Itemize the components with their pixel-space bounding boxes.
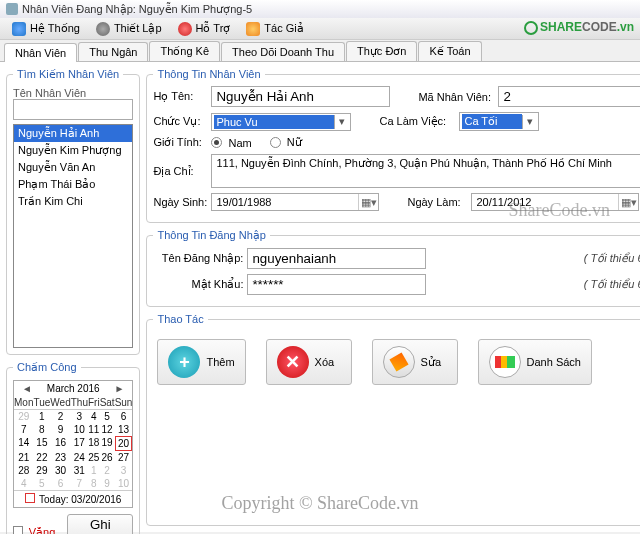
lbl-nl: Ngày Làm: (407, 196, 467, 208)
them-button[interactable]: +Thêm (157, 339, 245, 385)
cal-day[interactable]: 29 (33, 464, 50, 477)
delete-icon: ✕ (277, 346, 309, 378)
tab-ke-toan[interactable]: Kế Toán (418, 41, 481, 61)
list-item[interactable]: Phạm Thái Bảo (14, 176, 132, 193)
employee-list[interactable]: Nguyễn Hải Anh Nguyễn Kim Phượng Nguyễn … (13, 124, 133, 348)
cal-prev[interactable]: ◄ (18, 383, 36, 394)
radio-nu[interactable] (270, 137, 281, 148)
cal-day[interactable]: 13 (115, 423, 133, 436)
cal-day[interactable]: 3 (71, 410, 88, 423)
cal-day[interactable]: 3 (115, 464, 133, 477)
cal-day[interactable]: 9 (50, 423, 70, 436)
cal-day[interactable]: 23 (50, 451, 70, 464)
tab-thuc-don[interactable]: Thực Đơn (346, 41, 417, 61)
cal-day[interactable]: 10 (115, 477, 133, 490)
cal-day[interactable]: 24 (71, 451, 88, 464)
menu-he-thong[interactable]: Hệ Thống (4, 20, 88, 38)
cal-month[interactable]: March 2016 (47, 383, 100, 394)
cal-day[interactable]: 27 (115, 451, 133, 464)
cal-day[interactable]: 10 (71, 423, 88, 436)
list-item[interactable]: Nguyễn Hải Anh (14, 125, 132, 142)
cal-day[interactable]: 15 (33, 436, 50, 451)
cal-day[interactable]: 11 (88, 423, 100, 436)
hoten-field[interactable] (211, 86, 390, 107)
cal-day[interactable]: 6 (115, 410, 133, 423)
ngaysinh-field[interactable]: ▦▾ (211, 193, 379, 211)
ngaylam-field[interactable]: ▦▾ (471, 193, 639, 211)
cal-day[interactable]: 8 (33, 423, 50, 436)
cal-day[interactable]: 21 (14, 451, 33, 464)
cal-day[interactable]: 17 (71, 436, 88, 451)
cal-day[interactable]: 8 (88, 477, 100, 490)
cal-day[interactable]: 7 (14, 423, 33, 436)
chucvu-combo[interactable]: Phuc Vu▾ (211, 113, 351, 131)
cal-next[interactable]: ► (111, 383, 129, 394)
author-icon (246, 22, 260, 36)
password-field[interactable] (247, 274, 426, 295)
login-legend: Thông Tin Đăng Nhập (153, 229, 270, 242)
cal-day[interactable]: 7 (71, 477, 88, 490)
cal-day[interactable]: 6 (50, 477, 70, 490)
calendar-icon[interactable]: ▦▾ (618, 194, 638, 210)
cal-day[interactable]: 18 (88, 436, 100, 451)
system-icon (12, 22, 26, 36)
manv-field[interactable] (498, 86, 640, 107)
menu-ho-tro[interactable]: Hỗ Trợ (170, 20, 239, 38)
radio-nam[interactable] (211, 137, 222, 148)
cal-day[interactable]: 16 (50, 436, 70, 451)
tab-thong-ke[interactable]: Thống Kê (149, 41, 220, 61)
sua-button[interactable]: Sửa (372, 339, 458, 385)
cal-day[interactable]: 2 (100, 464, 115, 477)
lbl-ca: Ca Làm Việc: (379, 115, 455, 128)
cal-day[interactable]: 5 (33, 477, 50, 490)
tab-doanh-thu[interactable]: Theo Dõi Doanh Thu (221, 42, 345, 61)
menu-thiet-lap[interactable]: Thiết Lập (88, 20, 170, 38)
login-group: Thông Tin Đăng Nhập Tên Đăng Nhập: ( Tối… (146, 229, 640, 307)
list-item[interactable]: Trần Kim Chi (14, 193, 132, 210)
cal-day[interactable]: 1 (33, 410, 50, 423)
search-input[interactable] (13, 99, 133, 120)
cal-day[interactable]: 29 (14, 410, 33, 423)
cal-day[interactable]: 4 (88, 410, 100, 423)
list-item[interactable]: Nguyễn Kim Phượng (14, 142, 132, 159)
cal-day[interactable]: 9 (100, 477, 115, 490)
help-icon (178, 22, 192, 36)
cal-day[interactable]: 1 (88, 464, 100, 477)
search-legend: Tìm Kiếm Nhân Viên (13, 68, 123, 81)
cal-day[interactable]: 31 (71, 464, 88, 477)
window-title: Nhân Viên Đang Nhập: Nguyễn Kim Phượng-5 (22, 3, 252, 16)
cal-day[interactable]: 2 (50, 410, 70, 423)
xoa-button[interactable]: ✕Xóa (266, 339, 352, 385)
ca-combo[interactable]: Ca Tối▾ (459, 112, 539, 131)
ghi-nhan-button[interactable]: Ghi Nhận (67, 514, 133, 534)
cal-day[interactable]: 14 (14, 436, 33, 451)
cal-day[interactable]: 20 (115, 436, 133, 451)
edit-icon (383, 346, 415, 378)
cal-day[interactable]: 5 (100, 410, 115, 423)
menu-tac-gia[interactable]: Tác Giả (238, 20, 311, 38)
cal-day[interactable]: 12 (100, 423, 115, 436)
calendar-icon[interactable]: ▦▾ (358, 194, 378, 210)
cal-day[interactable]: 26 (100, 451, 115, 464)
title-bar: Nhân Viên Đang Nhập: Nguyễn Kim Phượng-5 (0, 0, 640, 18)
list-item[interactable]: Nguyễn Văn An (14, 159, 132, 176)
cal-day[interactable]: 28 (14, 464, 33, 477)
diachi-field[interactable] (211, 154, 640, 188)
cham-cong-group: Chấm Công ◄ March 2016 ► MonTueWedThuFri… (6, 361, 140, 534)
tab-thu-ngan[interactable]: Thu Ngân (78, 42, 148, 61)
vang-checkbox[interactable] (13, 526, 23, 534)
cal-day[interactable]: 25 (88, 451, 100, 464)
calendar[interactable]: ◄ March 2016 ► MonTueWedThuFriSatSun2912… (13, 380, 133, 508)
cal-day[interactable]: 4 (14, 477, 33, 490)
tab-nhan-vien[interactable]: Nhân Viên (4, 43, 77, 62)
username-field[interactable] (247, 248, 426, 269)
lbl-chucvu: Chức Vụ: (153, 115, 207, 128)
lbl-hoten: Họ Tên: (153, 90, 207, 103)
vang-label: Vắng (29, 526, 56, 535)
cal-day[interactable]: 19 (100, 436, 115, 451)
cal-day[interactable]: 30 (50, 464, 70, 477)
cal-day[interactable]: 22 (33, 451, 50, 464)
cal-today[interactable]: Today: 03/20/2016 (14, 490, 132, 507)
lbl-pass: Mật Khẩu: (153, 278, 243, 291)
danh-sach-button[interactable]: Danh Sách (478, 339, 592, 385)
